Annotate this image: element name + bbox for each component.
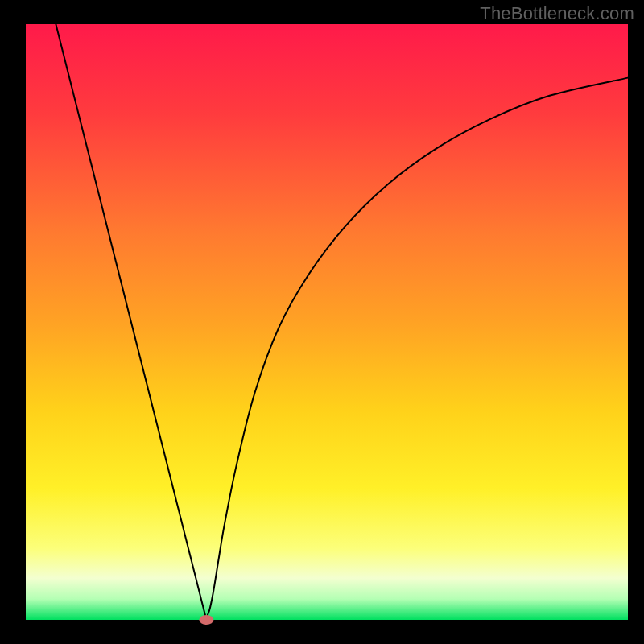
minimum-marker	[199, 615, 213, 625]
bottleneck-chart: TheBottleneck.com	[0, 0, 644, 644]
plot-background	[26, 24, 628, 620]
watermark-text: TheBottleneck.com	[480, 3, 634, 24]
chart-svg	[0, 0, 644, 644]
